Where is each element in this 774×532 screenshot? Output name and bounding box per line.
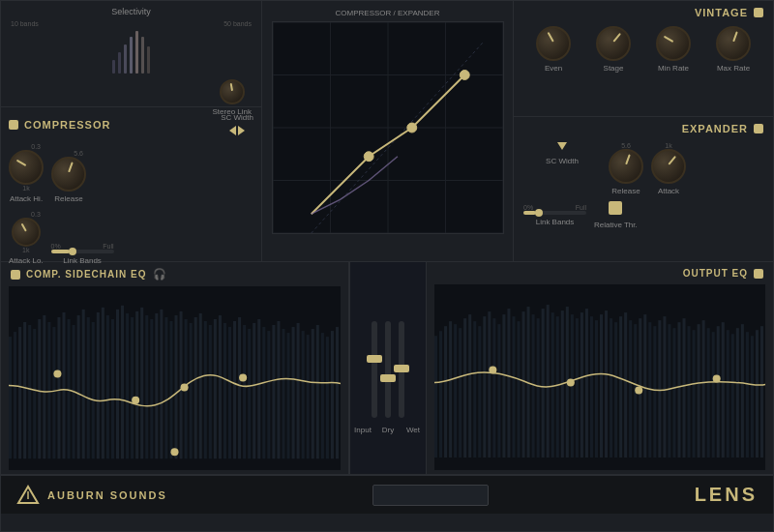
svg-rect-30 [87, 317, 90, 458]
svg-point-83 [132, 397, 139, 404]
svg-rect-127 [629, 320, 632, 458]
svg-rect-152 [751, 336, 754, 458]
svg-rect-58 [223, 323, 226, 458]
svg-rect-75 [307, 335, 310, 458]
dry-fader-track[interactable] [385, 321, 391, 418]
release-label-comp: Release [54, 194, 82, 203]
svg-rect-77 [316, 325, 319, 458]
selectivity-label: Selectivity [11, 7, 252, 16]
svg-point-84 [181, 384, 189, 392]
svg-rect-68 [272, 325, 275, 458]
min-rate-label: Min Rate [658, 64, 689, 73]
middle-section: COMP. SIDECHAIN EQ 🎧 [1, 262, 773, 475]
svg-rect-70 [282, 329, 284, 458]
svg-rect-42 [145, 315, 148, 458]
release-knob-comp[interactable] [51, 157, 86, 192]
svg-rect-53 [199, 313, 202, 458]
max-rate-knob[interactable] [716, 26, 751, 61]
vintage-header: VINTAGE [523, 7, 763, 18]
svg-rect-132 [653, 326, 656, 458]
svg-rect-126 [624, 312, 627, 458]
min-rate-knob[interactable] [656, 26, 691, 61]
band-6[interactable] [141, 37, 144, 74]
input-fader-label: Input [354, 426, 372, 434]
band-7[interactable] [147, 46, 150, 74]
svg-rect-124 [614, 322, 617, 458]
svg-point-13 [460, 71, 469, 80]
dry-fader-label: Dry [379, 426, 397, 434]
sc-width-right-arrow[interactable] [238, 126, 245, 135]
svg-rect-136 [672, 328, 675, 458]
input-fader-handle[interactable] [367, 355, 382, 363]
sc-width-left-arrow[interactable] [229, 126, 236, 135]
svg-rect-67 [267, 331, 270, 458]
svg-rect-64 [253, 323, 255, 458]
dry-fader-area [385, 321, 391, 418]
comp-eq-led[interactable] [11, 270, 20, 280]
svg-rect-146 [722, 322, 725, 458]
band-5[interactable] [135, 31, 138, 74]
preset-selector[interactable] [372, 485, 489, 506]
svg-rect-150 [741, 324, 744, 458]
svg-point-12 [406, 123, 416, 133]
attack-hi-knob[interactable] [9, 150, 44, 185]
svg-rect-15 [14, 332, 16, 458]
svg-rect-121 [600, 314, 603, 458]
link-bands-comp-slider[interactable] [51, 250, 114, 253]
compressor-graph[interactable] [272, 21, 504, 234]
svg-point-157 [635, 387, 642, 395]
relative-thr-label: Relative Thr. [594, 221, 638, 229]
graph-svg [273, 22, 503, 233]
product-name: LENS [695, 484, 758, 506]
expander-led[interactable] [754, 124, 763, 133]
svg-rect-119 [590, 316, 593, 458]
stage-knob-area: Stage [596, 26, 631, 73]
comp-eq-display[interactable] [9, 286, 341, 470]
svg-point-85 [239, 373, 247, 381]
band-1[interactable] [112, 60, 115, 74]
link-bands-exp-slider[interactable] [523, 211, 586, 215]
wet-fader-handle[interactable] [394, 365, 409, 372]
stage-knob[interactable] [596, 26, 631, 61]
band-2[interactable] [118, 52, 121, 74]
svg-rect-91 [454, 324, 457, 458]
attack-lo-knob[interactable] [12, 218, 41, 247]
svg-rect-111 [551, 312, 554, 458]
attack-knob-exp[interactable] [651, 149, 686, 184]
svg-rect-103 [512, 316, 515, 458]
band-4[interactable] [130, 37, 133, 74]
relative-thr-box[interactable] [609, 201, 622, 215]
svg-rect-122 [605, 310, 608, 458]
stereo-link-knob[interactable] [220, 79, 245, 104]
svg-rect-143 [707, 328, 710, 458]
compressor-knobs-row2: 0.3 1k Attack Lo. 0%Full Link Bands [9, 211, 253, 265]
link-bands-exp-label: Link Bands [536, 218, 575, 226]
svg-rect-33 [102, 308, 104, 458]
svg-rect-134 [663, 316, 666, 458]
band-3[interactable] [124, 44, 127, 74]
svg-rect-105 [522, 311, 525, 458]
attack-label-exp: Attack [658, 187, 679, 195]
wet-fader-track[interactable] [399, 321, 404, 418]
svg-rect-107 [532, 314, 535, 458]
output-eq-display[interactable] [434, 284, 765, 470]
svg-rect-102 [507, 309, 510, 458]
comp-sidechain-eq: COMP. SIDECHAIN EQ 🎧 [1, 262, 349, 474]
headphone-icon[interactable]: 🎧 [153, 268, 166, 281]
svg-rect-118 [585, 309, 588, 458]
svg-rect-72 [292, 327, 295, 458]
svg-rect-22 [47, 322, 50, 458]
svg-rect-153 [756, 330, 759, 458]
release-knob-exp[interactable] [609, 149, 643, 184]
svg-rect-66 [262, 327, 265, 458]
svg-rect-65 [257, 319, 260, 458]
output-eq-led[interactable] [754, 269, 763, 279]
compressor-led[interactable] [9, 120, 18, 130]
dry-fader-handle[interactable] [380, 374, 396, 382]
input-fader-track[interactable] [372, 321, 377, 418]
even-knob[interactable] [536, 26, 571, 61]
svg-rect-26 [68, 319, 71, 458]
attack-hi-label: Attack Hi. [10, 194, 43, 203]
vintage-led[interactable] [754, 8, 763, 17]
svg-rect-41 [140, 308, 143, 458]
